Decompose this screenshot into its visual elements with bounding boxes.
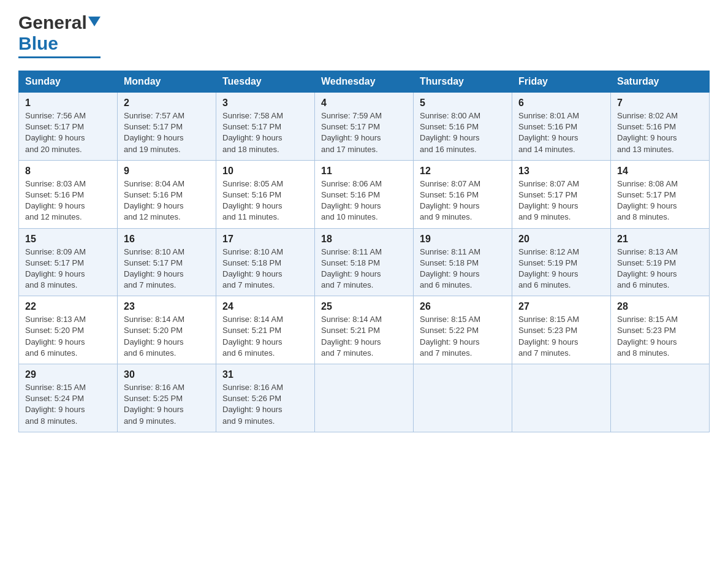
calendar-cell: 14 Sunrise: 8:08 AMSunset: 5:17 PMDaylig…	[611, 160, 710, 228]
day-info: Sunrise: 8:15 AMSunset: 5:24 PMDaylight:…	[25, 383, 86, 426]
day-number: 14	[617, 166, 703, 177]
day-number: 7	[617, 98, 703, 109]
day-number: 31	[222, 369, 308, 380]
day-header-monday: Monday	[118, 71, 216, 93]
calendar-cell: 18 Sunrise: 8:11 AMSunset: 5:18 PMDaylig…	[315, 228, 414, 296]
calendar-cell: 24 Sunrise: 8:14 AMSunset: 5:21 PMDaylig…	[216, 296, 315, 364]
calendar-week-row: 8 Sunrise: 8:03 AMSunset: 5:16 PMDayligh…	[19, 160, 710, 228]
day-info: Sunrise: 7:59 AMSunset: 5:17 PMDaylight:…	[321, 111, 382, 154]
calendar-cell: 15 Sunrise: 8:09 AMSunset: 5:17 PMDaylig…	[19, 228, 118, 296]
day-number: 12	[420, 166, 506, 177]
calendar-table: SundayMondayTuesdayWednesdayThursdayFrid…	[18, 71, 710, 432]
day-info: Sunrise: 8:15 AMSunset: 5:23 PMDaylight:…	[518, 315, 579, 358]
calendar-cell: 30 Sunrise: 8:16 AMSunset: 5:25 PMDaylig…	[118, 364, 216, 432]
day-number: 30	[124, 369, 210, 380]
day-number: 24	[222, 301, 308, 312]
day-number: 19	[420, 234, 506, 245]
calendar-week-row: 22 Sunrise: 8:13 AMSunset: 5:20 PMDaylig…	[19, 296, 710, 364]
day-info: Sunrise: 8:15 AMSunset: 5:23 PMDaylight:…	[617, 315, 678, 358]
day-header-saturday: Saturday	[611, 71, 710, 93]
calendar-cell: 4 Sunrise: 7:59 AMSunset: 5:17 PMDayligh…	[315, 93, 414, 161]
day-number: 5	[420, 98, 506, 109]
day-info: Sunrise: 7:56 AMSunset: 5:17 PMDaylight:…	[25, 111, 86, 154]
calendar-cell	[611, 364, 710, 432]
day-number: 2	[124, 98, 210, 109]
day-header-tuesday: Tuesday	[216, 71, 315, 93]
calendar-cell: 10 Sunrise: 8:05 AMSunset: 5:16 PMDaylig…	[216, 160, 315, 228]
day-number: 9	[124, 166, 210, 177]
day-number: 13	[518, 166, 604, 177]
day-header-wednesday: Wednesday	[315, 71, 414, 93]
day-info: Sunrise: 8:01 AMSunset: 5:16 PMDaylight:…	[518, 111, 579, 154]
day-number: 1	[25, 98, 111, 109]
day-number: 28	[617, 301, 703, 312]
day-header-thursday: Thursday	[414, 71, 512, 93]
calendar-cell: 2 Sunrise: 7:57 AMSunset: 5:17 PMDayligh…	[118, 93, 216, 161]
day-info: Sunrise: 8:16 AMSunset: 5:26 PMDaylight:…	[222, 383, 283, 426]
calendar-cell: 26 Sunrise: 8:15 AMSunset: 5:22 PMDaylig…	[414, 296, 512, 364]
calendar-cell: 21 Sunrise: 8:13 AMSunset: 5:19 PMDaylig…	[611, 228, 710, 296]
calendar-cell: 20 Sunrise: 8:12 AMSunset: 5:19 PMDaylig…	[512, 228, 611, 296]
day-number: 18	[321, 234, 407, 245]
day-info: Sunrise: 8:14 AMSunset: 5:20 PMDaylight:…	[124, 315, 184, 358]
day-info: Sunrise: 8:12 AMSunset: 5:19 PMDaylight:…	[518, 247, 579, 290]
calendar-cell: 11 Sunrise: 8:06 AMSunset: 5:16 PMDaylig…	[315, 160, 414, 228]
day-number: 3	[222, 98, 308, 109]
day-number: 4	[321, 98, 407, 109]
calendar-cell: 31 Sunrise: 8:16 AMSunset: 5:26 PMDaylig…	[216, 364, 315, 432]
day-info: Sunrise: 8:10 AMSunset: 5:18 PMDaylight:…	[222, 247, 283, 290]
calendar-cell	[414, 364, 512, 432]
day-info: Sunrise: 8:02 AMSunset: 5:16 PMDaylight:…	[617, 111, 678, 154]
day-info: Sunrise: 7:57 AMSunset: 5:17 PMDaylight:…	[124, 111, 184, 154]
logo: General Blue	[18, 12, 100, 58]
calendar-cell: 23 Sunrise: 8:14 AMSunset: 5:20 PMDaylig…	[118, 296, 216, 364]
day-number: 29	[25, 369, 111, 380]
day-info: Sunrise: 8:10 AMSunset: 5:17 PMDaylight:…	[124, 247, 184, 290]
calendar-cell	[512, 364, 611, 432]
day-info: Sunrise: 8:11 AMSunset: 5:18 PMDaylight:…	[321, 247, 382, 290]
day-info: Sunrise: 8:06 AMSunset: 5:16 PMDaylight:…	[321, 179, 382, 222]
day-info: Sunrise: 8:14 AMSunset: 5:21 PMDaylight:…	[321, 315, 382, 358]
calendar-cell: 9 Sunrise: 8:04 AMSunset: 5:16 PMDayligh…	[118, 160, 216, 228]
day-info: Sunrise: 8:07 AMSunset: 5:17 PMDaylight:…	[518, 179, 579, 222]
calendar-cell: 1 Sunrise: 7:56 AMSunset: 5:17 PMDayligh…	[19, 93, 118, 161]
day-number: 25	[321, 301, 407, 312]
day-header-sunday: Sunday	[19, 71, 118, 93]
calendar-cell: 16 Sunrise: 8:10 AMSunset: 5:17 PMDaylig…	[118, 228, 216, 296]
day-number: 8	[25, 166, 111, 177]
day-info: Sunrise: 8:15 AMSunset: 5:22 PMDaylight:…	[420, 315, 480, 358]
calendar-cell: 17 Sunrise: 8:10 AMSunset: 5:18 PMDaylig…	[216, 228, 315, 296]
calendar-week-row: 29 Sunrise: 8:15 AMSunset: 5:24 PMDaylig…	[19, 364, 710, 432]
calendar-cell: 5 Sunrise: 8:00 AMSunset: 5:16 PMDayligh…	[414, 93, 512, 161]
page-header: General Blue	[18, 12, 710, 58]
day-info: Sunrise: 8:09 AMSunset: 5:17 PMDaylight:…	[25, 247, 86, 290]
calendar-header-row: SundayMondayTuesdayWednesdayThursdayFrid…	[19, 71, 710, 93]
day-number: 21	[617, 234, 703, 245]
calendar-cell: 29 Sunrise: 8:15 AMSunset: 5:24 PMDaylig…	[19, 364, 118, 432]
calendar-cell	[315, 364, 414, 432]
day-info: Sunrise: 8:04 AMSunset: 5:16 PMDaylight:…	[124, 179, 184, 222]
day-number: 17	[222, 234, 308, 245]
day-info: Sunrise: 7:58 AMSunset: 5:17 PMDaylight:…	[222, 111, 283, 154]
calendar-cell: 25 Sunrise: 8:14 AMSunset: 5:21 PMDaylig…	[315, 296, 414, 364]
calendar-week-row: 1 Sunrise: 7:56 AMSunset: 5:17 PMDayligh…	[19, 93, 710, 161]
day-number: 26	[420, 301, 506, 312]
day-number: 6	[518, 98, 604, 109]
logo-general-text: General	[18, 12, 87, 33]
day-info: Sunrise: 8:14 AMSunset: 5:21 PMDaylight:…	[222, 315, 283, 358]
day-info: Sunrise: 8:03 AMSunset: 5:16 PMDaylight:…	[25, 179, 86, 222]
day-info: Sunrise: 8:05 AMSunset: 5:16 PMDaylight:…	[222, 179, 283, 222]
day-info: Sunrise: 8:13 AMSunset: 5:19 PMDaylight:…	[617, 247, 678, 290]
day-info: Sunrise: 8:07 AMSunset: 5:16 PMDaylight:…	[420, 179, 480, 222]
calendar-cell: 27 Sunrise: 8:15 AMSunset: 5:23 PMDaylig…	[512, 296, 611, 364]
day-number: 27	[518, 301, 604, 312]
calendar-cell: 7 Sunrise: 8:02 AMSunset: 5:16 PMDayligh…	[611, 93, 710, 161]
day-number: 15	[25, 234, 111, 245]
calendar-cell: 3 Sunrise: 7:58 AMSunset: 5:17 PMDayligh…	[216, 93, 315, 161]
day-info: Sunrise: 8:11 AMSunset: 5:18 PMDaylight:…	[420, 247, 480, 290]
day-info: Sunrise: 8:08 AMSunset: 5:17 PMDaylight:…	[617, 179, 678, 222]
day-header-friday: Friday	[512, 71, 611, 93]
calendar-cell: 28 Sunrise: 8:15 AMSunset: 5:23 PMDaylig…	[611, 296, 710, 364]
calendar-cell: 8 Sunrise: 8:03 AMSunset: 5:16 PMDayligh…	[19, 160, 118, 228]
calendar-cell: 12 Sunrise: 8:07 AMSunset: 5:16 PMDaylig…	[414, 160, 512, 228]
